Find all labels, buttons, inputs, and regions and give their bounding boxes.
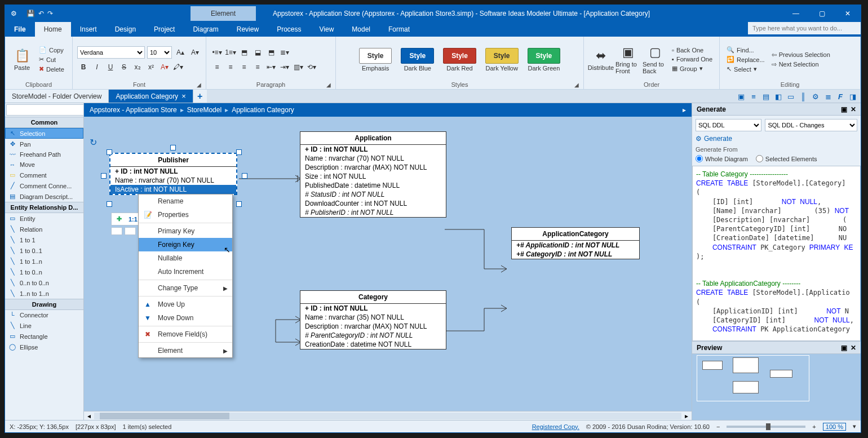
tool-1to01[interactable]: ╲1 to 0..1 — [5, 245, 83, 256]
tool-relation[interactable]: ╲Relation — [5, 224, 83, 235]
column-button[interactable]: ▥▾ — [292, 61, 304, 73]
registered-link[interactable]: Registered Copy. — [532, 423, 579, 430]
entity-field[interactable]: # PublisherID : int NOT NULL — [300, 208, 446, 217]
entity-publisher[interactable]: Publisher + ID : int NOT NULL Name : nva… — [109, 153, 237, 195]
tool-rectangle[interactable]: ▭Rectangle — [5, 331, 83, 342]
tool-entity[interactable]: ▭Entity — [5, 213, 83, 224]
entity-header[interactable]: Category — [300, 291, 446, 304]
entity-header[interactable]: ApplicationCategory — [512, 228, 639, 241]
increase-font-icon[interactable]: A▴ — [174, 46, 187, 59]
bullets-button[interactable]: •≡▾ — [211, 46, 223, 59]
menu-diagram[interactable]: Diagram — [184, 22, 227, 37]
copy-button[interactable]: 📄Copy — [37, 45, 67, 55]
entity-field[interactable]: DownloadCounter : int NOT NULL — [300, 199, 446, 208]
tab-close-icon[interactable]: × — [181, 92, 186, 100]
panel-tool-10-icon[interactable]: ◨ — [847, 91, 858, 102]
bring-front-button[interactable]: ▣Bring to Front — [615, 45, 640, 74]
toolbox-search-input[interactable] — [6, 104, 84, 116]
menu-file[interactable]: File — [5, 22, 35, 37]
tab-storemodel[interactable]: StoreModel - Folder Overview — [5, 90, 109, 103]
indent-left-button[interactable]: ⇤▾ — [265, 61, 277, 73]
ctx-element[interactable]: Element▶ — [139, 344, 232, 357]
menu-review[interactable]: Review — [228, 22, 268, 37]
panel-pin-icon[interactable]: ▣ — [841, 105, 847, 113]
numbering-button[interactable]: 1≡▾ — [224, 46, 237, 59]
tool-pan[interactable]: ✥Pan — [5, 139, 83, 149]
preview-canvas[interactable] — [692, 354, 861, 420]
rel-style-1[interactable] — [111, 227, 122, 235]
bold-button[interactable]: B — [77, 61, 90, 73]
entity-field[interactable]: CreationDate : datetime NOT NULL — [300, 340, 446, 349]
tool-line[interactable]: ╲Line — [5, 320, 83, 331]
entity-field[interactable]: Description : nvarchar (MAX) NOT NULL — [300, 163, 446, 172]
panel-tool-8-icon[interactable]: ≣ — [822, 91, 834, 102]
sql-output[interactable]: -- Table Category ----------------- CREA… — [692, 166, 861, 341]
minimize-button[interactable]: — — [783, 5, 809, 22]
style-darkyellow-button[interactable]: Style — [485, 48, 519, 64]
toolbox-section-drawing[interactable]: Drawing — [5, 299, 83, 310]
panel-tool-4-icon[interactable]: ◧ — [773, 91, 784, 102]
subscript-button[interactable]: x₂ — [131, 61, 144, 73]
superscript-button[interactable]: x² — [145, 61, 157, 73]
prev-selection-button[interactable]: ⇦Previous Selection — [769, 50, 832, 60]
style-emphasis-button[interactable]: Style — [359, 48, 392, 64]
rel-add-button[interactable]: ✚ — [114, 215, 124, 223]
ctx-foreign-key[interactable]: Foreign Key — [139, 238, 232, 251]
font-family-select[interactable]: Verdana — [77, 46, 145, 59]
paragraph-launcher-icon[interactable]: ◢ — [326, 82, 331, 88]
italic-button[interactable]: I — [91, 61, 103, 73]
entity-field[interactable]: Size : int NOT NULL — [300, 172, 446, 181]
panel-tool-7-icon[interactable]: ⚙ — [810, 91, 821, 102]
close-button[interactable]: ✕ — [835, 5, 861, 22]
menu-design[interactable]: Design — [106, 22, 145, 37]
indent-right-button[interactable]: ⇥▾ — [278, 61, 291, 73]
tool-diagram-desc[interactable]: ▤Diagram Descript... — [5, 191, 83, 202]
font-launcher-icon[interactable]: ◢ — [197, 82, 201, 88]
ctx-rename[interactable]: Rename — [139, 194, 232, 208]
qat-undo-icon[interactable]: ↶ — [38, 10, 44, 17]
tool-1to1n[interactable]: ╲1 to 1..n — [5, 256, 83, 267]
tool-comment-connector[interactable]: ╱Comment Conne... — [5, 180, 83, 191]
entity-field[interactable]: + ID : int NOT NULL — [110, 167, 236, 176]
justify-button[interactable]: ≡ — [251, 61, 264, 73]
resize-handle[interactable] — [101, 173, 107, 179]
scroll-right-icon[interactable]: ▸ — [681, 412, 692, 420]
preview-close-icon[interactable]: ✕ — [851, 344, 856, 352]
radio-whole-diagram[interactable]: Whole Diagram — [696, 155, 748, 162]
breadcrumb-item[interactable]: StoreModel — [187, 106, 222, 114]
align-right-button[interactable]: ≡ — [238, 61, 250, 73]
style-darkblue-button[interactable]: Style — [401, 48, 434, 64]
breadcrumb-item[interactable]: Application Category — [232, 106, 294, 114]
tool-connector[interactable]: └Connector — [5, 310, 83, 320]
entity-category[interactable]: Category + ID : int NOT NULL Name : nvar… — [300, 290, 446, 349]
toolbox-section-common[interactable]: Common — [5, 117, 83, 128]
decrease-font-icon[interactable]: A▾ — [189, 46, 201, 59]
next-selection-button[interactable]: ⇨Next Selection — [769, 60, 832, 69]
tool-freehand[interactable]: 〰Freehand Path — [5, 149, 83, 160]
tab-application-category[interactable]: Application Category× — [109, 90, 193, 103]
align-top-button[interactable]: ⬒ — [238, 46, 250, 59]
menu-view[interactable]: View — [311, 22, 343, 37]
text-direction-button[interactable]: ⟲▾ — [305, 61, 318, 73]
scroll-left-icon[interactable]: ◂ — [84, 412, 94, 420]
entity-field[interactable]: Description : nvarchar (MAX) NOT NULL — [300, 322, 446, 331]
strike-button[interactable]: S — [118, 61, 130, 73]
zoom-slider[interactable] — [727, 426, 805, 428]
zoom-value[interactable]: 100 % — [823, 423, 846, 431]
zoom-dropdown-icon[interactable]: ▾ — [853, 423, 856, 430]
toolbox-section-erd[interactable]: Entity Relationship D... — [5, 202, 83, 213]
tool-0nto0n[interactable]: ╲0..n to 0..n — [5, 277, 83, 288]
entity-field[interactable]: Name : nvarchar (35) NOT NULL — [300, 313, 446, 322]
distribute-button[interactable]: ⬌Distribute — [588, 48, 613, 71]
tab-add-button[interactable]: + — [193, 90, 207, 103]
resize-handle[interactable] — [170, 145, 176, 151]
align-center-button[interactable]: ≡ — [224, 61, 237, 73]
diagram-canvas[interactable]: ↻ Publisher + ID : int NOT NULL Name : n… — [84, 117, 692, 420]
tool-selection[interactable]: ↖Selection — [5, 128, 83, 139]
resize-handle[interactable] — [107, 201, 112, 207]
entity-field[interactable]: PublishedDate : datetime NULL — [300, 181, 446, 190]
select-button[interactable]: ↖Select ▾ — [724, 64, 767, 74]
ctx-remove-fields[interactable]: ✖Remove Field(s) — [139, 328, 232, 341]
styles-launcher-icon[interactable]: ◢ — [574, 82, 579, 88]
panel-tool-3-icon[interactable]: ▤ — [760, 91, 772, 102]
